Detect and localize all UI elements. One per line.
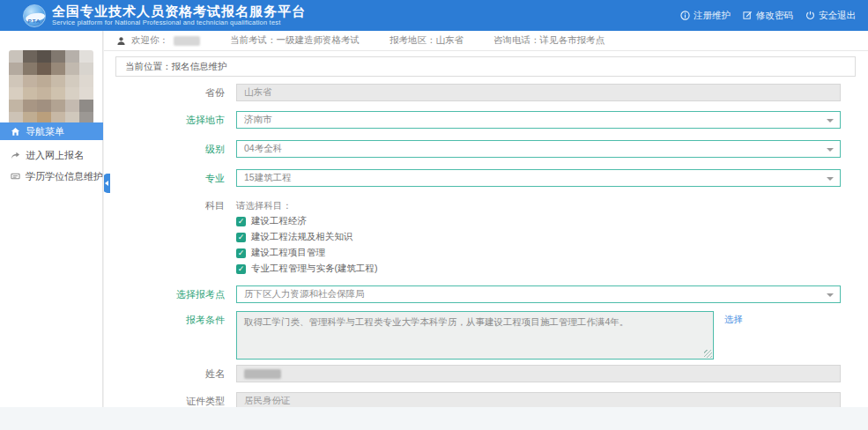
current-exam-text: 当前考试：一级建造师资格考试 <box>230 34 360 47</box>
city-row: 选择地市 济南市 <box>104 111 868 129</box>
main-content: 欢迎你： 当前考试：一级建造师资格考试 报考地区：山东省 咨询电话：详见各市报考… <box>104 31 868 407</box>
city-select[interactable]: 济南市 <box>236 111 841 129</box>
avatar-pixel <box>37 63 51 75</box>
avatar-pixel <box>9 63 23 75</box>
name-input <box>236 365 841 382</box>
avatar-pixel <box>51 87 65 100</box>
province-label: 省份 <box>104 84 236 101</box>
app-header: PTA 全国专业技术人员资格考试报名服务平台 Service platform … <box>0 0 868 31</box>
avatar-pixel <box>37 87 51 100</box>
certificate-icon <box>11 172 20 182</box>
exam-site-row: 选择报考点 历下区人力资源和社会保障局 <box>104 285 868 303</box>
level-row: 级别 04考全科 <box>104 140 868 158</box>
id-type-value: 居民身份证 <box>244 395 291 407</box>
subject-label: 建设工程经济 <box>251 215 307 227</box>
education-info-label: 学历学位信息维护 <box>26 170 103 183</box>
level-select-value: 04考全科 <box>244 143 282 155</box>
level-label: 级别 <box>104 140 236 158</box>
avatar-pixel <box>79 75 93 87</box>
sidebar-nav-menu-header[interactable]: 导航菜单 <box>0 122 103 140</box>
subject-checkbox-row[interactable]: ✓ 建设工程项目管理 <box>236 245 841 261</box>
power-icon <box>805 11 815 20</box>
subjects-row: 科目 请选择科目： ✓ 建设工程经济 ✓ 建设工程法规及相关知识 ✓ 建设工程项… <box>104 200 868 277</box>
level-select[interactable]: 04考全科 <box>236 140 841 158</box>
avatar-pixel <box>23 50 37 63</box>
logout-label: 安全退出 <box>819 10 856 22</box>
breadcrumb-value: 报名信息维护 <box>172 61 227 73</box>
id-type-input: 居民身份证 <box>236 392 841 407</box>
chevron-down-icon <box>827 293 834 297</box>
chevron-down-icon <box>827 177 834 181</box>
avatar-pixel <box>23 100 37 112</box>
exam-site-select[interactable]: 历下区人力资源和社会保障局 <box>236 285 841 303</box>
city-select-value: 济南市 <box>244 114 272 126</box>
avatar-pixel <box>23 63 37 75</box>
conditions-textarea[interactable]: 取得工学门类、管理科学与工程类专业大学本科学历，从事建设工程项目施工管理工作满4… <box>236 311 714 360</box>
avatar-pixel <box>23 75 37 87</box>
exam-site-label: 选择报考点 <box>104 285 236 303</box>
major-select[interactable]: 15建筑工程 <box>236 169 841 187</box>
avatar-pixel <box>37 50 51 63</box>
id-type-row: 证件类型 居民身份证 <box>104 392 868 407</box>
avatar-pixel <box>79 63 93 75</box>
phone-text: 咨询电话：详见各市报考点 <box>493 34 605 47</box>
welcome-bar: 欢迎你： 当前考试：一级建造师资格考试 报考地区：山东省 咨询电话：详见各市报考… <box>104 31 868 51</box>
sidebar-item-enter-registration[interactable]: 进入网上报名 <box>0 147 103 163</box>
user-icon <box>116 36 126 46</box>
checkbox-checked-icon[interactable]: ✓ <box>236 264 246 274</box>
checkbox-checked-icon[interactable]: ✓ <box>236 248 246 258</box>
avatar <box>9 50 93 124</box>
subject-label: 建设工程项目管理 <box>251 247 325 259</box>
enter-registration-label: 进入网上报名 <box>26 149 84 162</box>
avatar-pixel <box>9 50 23 63</box>
exam-region-text: 报考地区：山东省 <box>389 34 464 47</box>
subject-checkbox-row[interactable]: ✓ 建设工程经济 <box>236 213 841 229</box>
register-maintain-link[interactable]: 注册维护 <box>680 10 731 22</box>
registration-form: 省份 山东省 选择地市 济南市 级别 <box>104 84 868 407</box>
avatar-pixel <box>51 63 65 75</box>
subject-checkbox-row[interactable]: ✓ 建设工程法规及相关知识 <box>236 229 841 245</box>
avatar-pixel <box>79 100 93 112</box>
avatar-pixel <box>65 100 79 112</box>
name-row: 姓名 <box>104 365 868 382</box>
province-input: 山东省 <box>236 84 841 101</box>
conditions-row: 报考条件 取得工学门类、管理科学与工程类专业大学本科学历，从事建设工程项目施工管… <box>104 311 868 360</box>
avatar-pixel <box>23 87 37 100</box>
avatar-pixel <box>65 87 79 100</box>
subjects-hint: 请选择科目： <box>236 200 841 211</box>
avatar-pixel <box>51 100 65 112</box>
breadcrumb-label: 当前位置： <box>125 61 172 73</box>
avatar-pixel <box>79 50 93 63</box>
id-type-label: 证件类型 <box>104 392 236 407</box>
home-icon <box>11 127 20 137</box>
nav-menu-label: 导航菜单 <box>26 125 64 138</box>
checkbox-checked-icon[interactable]: ✓ <box>236 217 246 226</box>
conditions-select-link[interactable]: 选择 <box>724 314 743 326</box>
avatar-pixel <box>79 87 93 100</box>
subjects-label: 科目 <box>104 200 236 211</box>
app-title: 全国专业技术人员资格考试报名服务平台 <box>52 4 306 19</box>
arrow-share-icon <box>11 151 20 160</box>
app-titles: 全国专业技术人员资格考试报名服务平台 Service platform for … <box>52 4 306 26</box>
major-select-value: 15建筑工程 <box>244 172 292 184</box>
avatar-pixel <box>9 75 23 87</box>
exam-site-select-value: 历下区人力资源和社会保障局 <box>244 288 365 300</box>
checkbox-checked-icon[interactable]: ✓ <box>236 233 246 242</box>
province-row: 省份 山东省 <box>104 84 868 101</box>
avatar-pixel <box>9 87 23 100</box>
avatar-pixel <box>37 75 51 87</box>
major-row: 专业 15建筑工程 <box>104 169 868 187</box>
change-password-link[interactable]: 修改密码 <box>743 10 793 22</box>
name-label: 姓名 <box>104 365 236 382</box>
edit-pencil-icon <box>743 11 753 20</box>
brand: PTA 全国专业技术人员资格考试报名服务平台 Service platform … <box>23 4 306 27</box>
page-footer-strip <box>0 407 868 430</box>
avatar-pixel <box>37 100 51 112</box>
logout-link[interactable]: 安全退出 <box>805 10 856 22</box>
redacted-username <box>174 36 200 46</box>
conditions-label: 报考条件 <box>104 311 236 329</box>
subject-checkbox-row[interactable]: ✓ 专业工程管理与实务(建筑工程) <box>236 261 841 277</box>
sidebar-item-education-info[interactable]: 学历学位信息维护 <box>0 168 103 184</box>
avatar-pixel <box>51 50 65 63</box>
resize-grip-icon[interactable] <box>704 350 712 358</box>
